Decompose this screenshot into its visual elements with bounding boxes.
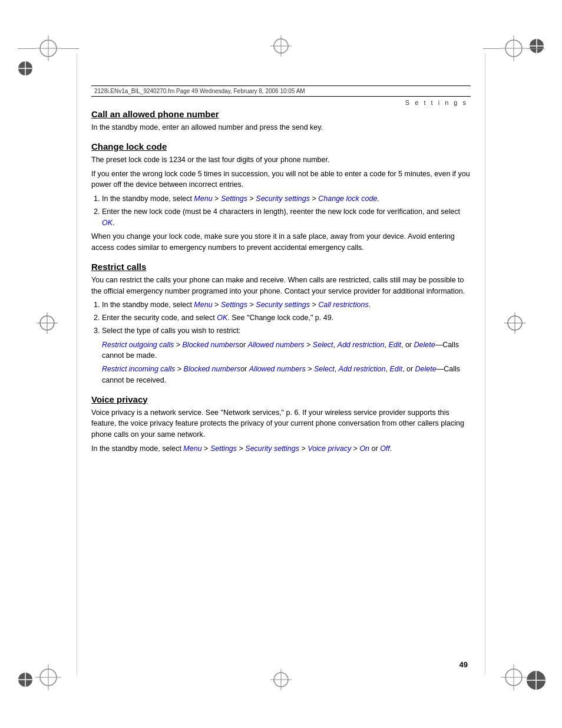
- vp2-or: or: [369, 444, 380, 453]
- restrict-incoming-block: Restrict incoming calls > Blocked number…: [102, 364, 471, 386]
- change-lock-steps: In the standby mode, select Menu > Setti…: [102, 193, 471, 228]
- section-restrict-calls: Restrict calls You can restrict the call…: [91, 262, 471, 386]
- tick-h-top-right: [483, 48, 501, 49]
- vp2-menu-link[interactable]: Menu: [183, 444, 201, 453]
- ro-edit-link[interactable]: Edit: [388, 341, 401, 349]
- rs3-text: Select the type of calls you wish to res…: [102, 327, 241, 335]
- vp2-off-link[interactable]: Off: [380, 444, 390, 453]
- ro-allowed-link[interactable]: Allowed numbers: [248, 341, 305, 349]
- ro-delete-link[interactable]: Delete: [414, 341, 435, 349]
- section-call-allowed: Call an allowed phone number In the stan…: [91, 109, 471, 133]
- ri-or2: , or: [402, 365, 415, 373]
- rs1-menu-link[interactable]: Menu: [194, 301, 212, 309]
- right-border: [485, 53, 485, 675]
- step1-menu-link[interactable]: Menu: [194, 195, 212, 203]
- rs1-sep3: >: [310, 301, 318, 309]
- rs2-ok-link[interactable]: OK: [217, 314, 227, 322]
- step1-change-link[interactable]: Change lock code: [318, 195, 377, 203]
- ri-allowed-link[interactable]: Allowed numbers: [249, 365, 306, 373]
- restrict-step3: Select the type of calls you wish to res…: [102, 325, 471, 337]
- ri-sep2: >: [306, 365, 314, 373]
- ro-sep2: >: [305, 341, 313, 349]
- step1-settings-link[interactable]: Settings: [221, 195, 247, 203]
- vp2-settings-link[interactable]: Settings: [210, 444, 237, 453]
- reg-mark-top-center: [270, 35, 292, 59]
- call-allowed-body: In the standby mode, enter an allowed nu…: [91, 122, 471, 133]
- ri-or-text: or: [240, 365, 249, 373]
- tick-h-top-right2: [527, 48, 544, 49]
- tick-h-top-left2: [18, 48, 35, 49]
- section-label-text: S e t t i n g s: [405, 99, 468, 106]
- ri-add-link[interactable]: Add restriction: [339, 365, 386, 373]
- reg-mark-bottom-left-solid: [15, 669, 36, 693]
- ri-link[interactable]: Restrict incoming calls: [102, 365, 175, 373]
- file-info: 2128i.ENv1a_BIL_9240270.fm Page 49 Wedne…: [91, 85, 471, 97]
- vp2-sep3: >: [299, 444, 308, 453]
- voice-privacy-para1: Voice privacy is a network service. See …: [91, 407, 471, 440]
- ro-link[interactable]: Restrict outgoing calls: [102, 341, 174, 349]
- vp2-vp-link[interactable]: Voice privacy: [308, 444, 351, 453]
- change-lock-step2: Enter the new lock code (must be 4 chara…: [102, 206, 471, 229]
- step1-sep2: >: [247, 195, 256, 203]
- vp2-sep4: >: [351, 444, 359, 453]
- ri-blocked-link[interactable]: Blocked numbers: [184, 365, 241, 373]
- vp2-end: .: [390, 444, 392, 453]
- step1-sep3: >: [310, 195, 318, 203]
- change-lock-title: Change lock code: [91, 141, 471, 151]
- rs2-end: . See "Change lock code," p. 49.: [227, 314, 333, 322]
- voice-privacy-title: Voice privacy: [91, 394, 471, 404]
- rs1-sep2: >: [247, 301, 256, 309]
- ro-comma: ,: [333, 341, 338, 349]
- main-content: Call an allowed phone number In the stan…: [91, 109, 471, 645]
- ro-or2: , or: [401, 341, 414, 349]
- vp2-sep2: >: [237, 444, 245, 453]
- restrict-calls-title: Restrict calls: [91, 262, 471, 272]
- vp2-security-link[interactable]: Security settings: [245, 444, 299, 453]
- voice-privacy-para2: In the standby mode, select Menu > Setti…: [91, 443, 471, 454]
- change-lock-para3: When you change your lock code, make sur…: [91, 231, 471, 253]
- ri-edit-link[interactable]: Edit: [389, 365, 402, 373]
- vp2-sep1: >: [202, 444, 210, 453]
- rs1-sep1: >: [213, 301, 221, 309]
- ro-select-link[interactable]: Select: [313, 341, 333, 349]
- restrict-calls-para1: You can restrict the calls your phone ca…: [91, 275, 471, 297]
- step2-pre: Enter the new lock code (must be 4 chara…: [102, 207, 460, 216]
- restrict-step1: In the standby mode, select Menu > Setti…: [102, 299, 471, 311]
- ro-add-link[interactable]: Add restriction: [338, 341, 385, 349]
- step2-end: .: [113, 219, 114, 227]
- ri-select-link[interactable]: Select: [314, 365, 335, 373]
- ri-sep1: >: [175, 365, 183, 373]
- reg-mark-left-mid: [37, 312, 58, 336]
- rs1-end: .: [369, 301, 371, 309]
- file-info-text: 2128i.ENv1a_BIL_9240270.fm Page 49 Wedne…: [94, 88, 305, 94]
- ro-blocked-link[interactable]: Blocked numbers: [183, 341, 240, 349]
- tick-h-top-left: [61, 48, 79, 49]
- reg-mark-bottom-center: [270, 669, 292, 693]
- rs2-pre: Enter the security code, and select: [102, 314, 217, 322]
- step2-ok-link[interactable]: OK: [102, 219, 113, 227]
- step1-end: .: [377, 195, 379, 203]
- step1-pre: In the standby mode, select: [102, 195, 194, 203]
- step1-sep1: >: [213, 195, 221, 203]
- restrict-outgoing-text: Restrict outgoing calls > Blocked number…: [102, 340, 471, 362]
- rs1-security-link[interactable]: Security settings: [256, 301, 310, 309]
- change-lock-para2: If you enter the wrong lock code 5 times…: [91, 169, 471, 191]
- ri-delete-link[interactable]: Delete: [415, 365, 437, 373]
- call-allowed-title: Call an allowed phone number: [91, 109, 471, 119]
- change-lock-para1: The preset lock code is 1234 or the last…: [91, 154, 471, 166]
- vp2-on-link[interactable]: On: [359, 444, 369, 453]
- reg-mark-top-left: [35, 35, 61, 64]
- restrict-outgoing-block: Restrict outgoing calls > Blocked number…: [102, 340, 471, 362]
- ro-or-text: or: [239, 341, 248, 349]
- restrict-step2: Enter the security code, and select OK. …: [102, 312, 471, 324]
- page: 2128i.ENv1a_BIL_9240270.fm Page 49 Wedne…: [0, 0, 562, 728]
- change-lock-step1: In the standby mode, select Menu > Setti…: [102, 193, 471, 205]
- restrict-incoming-text: Restrict incoming calls > Blocked number…: [102, 364, 471, 386]
- step1-security-link[interactable]: Security settings: [256, 195, 310, 203]
- left-border: [77, 53, 77, 675]
- section-header: S e t t i n g s: [405, 99, 468, 106]
- restrict-calls-steps: In the standby mode, select Menu > Setti…: [102, 299, 471, 336]
- rs1-pre: In the standby mode, select: [102, 301, 194, 309]
- rs1-call-link[interactable]: Call restrictions: [318, 301, 368, 309]
- rs1-settings-link[interactable]: Settings: [221, 301, 247, 309]
